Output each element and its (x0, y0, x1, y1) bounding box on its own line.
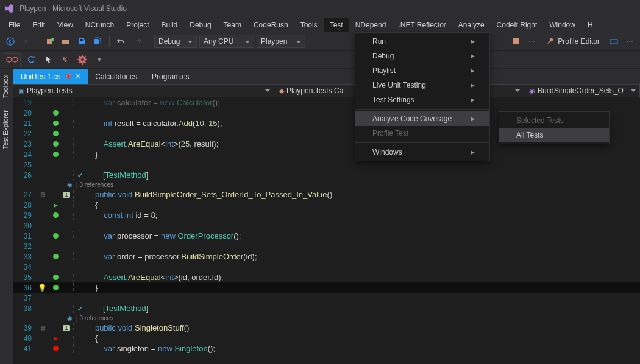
menu-test[interactable]: Test (324, 18, 349, 32)
code-line[interactable]: 29 const int id = 8; (13, 210, 640, 220)
gear-icon[interactable] (76, 53, 89, 66)
code-text: Assert.AreEqual<int>(25, result); (73, 139, 218, 149)
solution-config-combo[interactable]: Debug (154, 35, 197, 48)
test-menu-analyzecodecoverage[interactable]: Analyze Code Coverage▶ (355, 111, 489, 126)
menu-h[interactable]: H (581, 18, 599, 32)
toolbar-extra-button[interactable] (607, 35, 620, 48)
toolbar-overflow-button[interactable]: ▾ (93, 53, 106, 66)
coverage-alltests[interactable]: All Tests (499, 128, 609, 142)
tab-calculatorcs[interactable]: Calculator.cs (88, 69, 144, 84)
codelens[interactable]: ◉|0 references (13, 180, 640, 189)
solution-platform-combo[interactable]: Any CPU (199, 35, 254, 48)
test-menu-playlist[interactable]: Playlist▶ (355, 63, 489, 78)
close-icon[interactable]: ✕ (75, 72, 80, 80)
open-file-button[interactable] (59, 35, 73, 48)
pointer-button[interactable] (41, 53, 55, 66)
startup-project-combo[interactable]: Playpen (257, 35, 305, 48)
nav-scope-combo[interactable]: ▣ Playpen.Tests (13, 85, 274, 97)
menu-netreflector[interactable]: .NET Reflector (392, 18, 452, 32)
test-menu-run[interactable]: Run▶ (355, 34, 489, 49)
code-line[interactable]: 35 Assert.AreEqual<int>(id, order.Id); (13, 272, 640, 282)
nav-back-button[interactable] (4, 35, 17, 48)
lightning-button[interactable]: ↯ (59, 53, 72, 66)
menu-edit[interactable]: Edit (26, 18, 51, 32)
profile-editor-button[interactable]: Profile Editor (541, 35, 605, 48)
nav-member-label: BuildSimpleOrder_Sets_O (538, 86, 624, 95)
toolbox-tab[interactable]: Toolbox (0, 69, 11, 104)
marker-gutter (50, 285, 61, 290)
menu-window[interactable]: Window (543, 18, 581, 32)
code-line[interactable]: 25 (13, 159, 640, 170)
menu-ncrunch[interactable]: NCrunch (79, 18, 120, 32)
tab-programcs[interactable]: Program.cs (144, 69, 196, 84)
redo-button[interactable] (130, 35, 144, 48)
line-number: 35 (13, 273, 35, 282)
collapse-icon[interactable]: ⊟ (40, 191, 45, 198)
coverage-dot-green (53, 254, 59, 259)
code-line[interactable]: 31 var processor = new OrderProcessor(); (13, 231, 640, 241)
code-line[interactable]: 19 var calculator = new Calculator(); (13, 97, 640, 108)
pin-icon[interactable]: 📌 (64, 73, 71, 80)
menu-codeitright[interactable]: CodeIt.Right (491, 18, 544, 32)
code-line[interactable]: 27⊟1 public void BuildSimpleOrder_Sets_O… (13, 189, 640, 200)
test-menu-liveunittesting[interactable]: Live Unit Testing▶ (355, 78, 489, 93)
save-button[interactable] (75, 35, 88, 48)
extension-button[interactable] (510, 35, 523, 48)
menu-ndepend[interactable]: NDepend (349, 18, 393, 32)
code-line[interactable]: 30 (13, 220, 640, 231)
submenu-arrow-icon: ▶ (471, 149, 475, 155)
menu-debug[interactable]: Debug (183, 18, 217, 32)
code-line[interactable]: 32 (13, 241, 640, 251)
code-line[interactable]: 28▶ { (13, 200, 640, 210)
codelens-text: 0 references (79, 315, 113, 321)
test-explorer-tab[interactable]: Test Explorer (0, 104, 11, 155)
fold-gutter[interactable]: ⊟ (35, 191, 50, 198)
marker-gutter (50, 275, 61, 280)
menu-separator (355, 109, 489, 110)
code-line[interactable]: 💡36 } (13, 282, 640, 293)
save-all-button[interactable] (91, 35, 104, 48)
extension2-button[interactable]: ⋯ (525, 35, 539, 48)
code-line[interactable]: 24 } (13, 149, 640, 159)
code-line[interactable]: 34 (13, 262, 640, 272)
nav-member-combo[interactable]: ◉ BuildSimpleOrder_Sets_O (524, 85, 640, 97)
test-menu-windows[interactable]: Windows▶ (355, 145, 489, 159)
nav-class-label: Playpen.Tests.Ca (286, 86, 343, 95)
fold-gutter[interactable]: ⊟ (35, 324, 50, 331)
coverage-dot-green (53, 110, 59, 116)
code-text: } (73, 150, 98, 159)
menu-view[interactable]: View (51, 18, 79, 32)
codelens[interactable]: ◉|0 references (13, 313, 640, 323)
overlay-count: 1 (63, 325, 69, 331)
separator (109, 36, 110, 47)
collapse-icon[interactable]: ⊟ (40, 324, 45, 331)
test-menu-testsettings[interactable]: Test Settings▶ (355, 93, 489, 107)
menu-tools[interactable]: Tools (294, 18, 324, 32)
test-menu-debug[interactable]: Debug▶ (355, 49, 489, 63)
coverage-dot-green (53, 141, 59, 147)
code-line[interactable]: 33 var order = processor.BuildSimpleOrde… (13, 251, 640, 262)
code-line[interactable]: 41 var singleton = new Singleton(); (13, 343, 640, 354)
code-line[interactable]: 40▶ { (13, 333, 640, 343)
menu-project[interactable]: Project (120, 18, 155, 32)
separator (149, 36, 149, 47)
code-line[interactable]: 39⊟1 public void SingletonStuff() (13, 323, 640, 333)
code-line[interactable]: 38✔ [TestMethod] (13, 303, 640, 313)
new-project-button[interactable] (43, 35, 57, 48)
menu-analyze[interactable]: Analyze (452, 18, 491, 32)
menu-coderush[interactable]: CodeRush (247, 18, 294, 32)
menu-team[interactable]: Team (218, 18, 247, 32)
line-number: 24 (13, 150, 35, 159)
menu-file[interactable]: File (2, 18, 26, 32)
toolbar-extra2-button[interactable]: ⋯ (623, 35, 636, 48)
menu-build[interactable]: Build (155, 18, 184, 32)
view-toggle-button[interactable] (4, 53, 21, 66)
undo-button[interactable] (115, 35, 128, 48)
csharp-project-icon: ▣ (18, 87, 24, 95)
code-line[interactable]: 37 (13, 293, 640, 303)
nav-fwd-button[interactable] (20, 35, 33, 48)
code-line[interactable]: 26✔ [TestMethod] (13, 170, 640, 180)
lightbulb-icon[interactable]: 💡 (38, 284, 47, 292)
tab-unittest1cs[interactable]: UnitTest1.cs📌✕ (13, 69, 88, 84)
refresh-button[interactable] (24, 53, 38, 66)
